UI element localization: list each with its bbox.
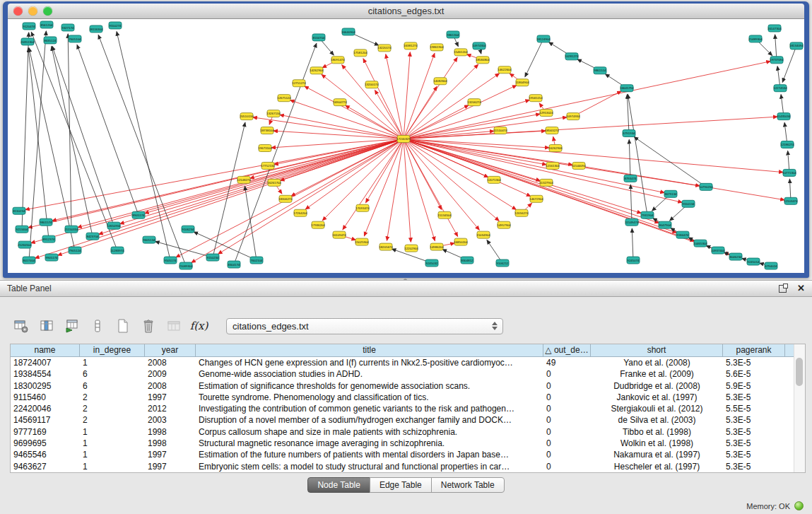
table-cell[interactable]: 22420046	[11, 403, 80, 414]
graph-node[interactable]: 21089304	[179, 262, 193, 269]
graph-node[interactable]: 8017404	[23, 257, 35, 264]
table-cell[interactable]: 0	[543, 380, 591, 392]
table-cell[interactable]: Corpus callosum shape and size in male p…	[196, 426, 543, 438]
graph-node[interactable]: 18584804	[476, 57, 490, 64]
graph-node[interactable]: 9245074	[627, 257, 640, 264]
graph-edge[interactable]	[234, 43, 317, 264]
graph-edge[interactable]	[782, 46, 796, 82]
table-cell[interactable]: 0	[543, 414, 591, 426]
graph-node[interactable]: 16850204	[454, 238, 468, 245]
graph-node[interactable]: 8047904	[659, 221, 671, 228]
graph-edge[interactable]	[52, 139, 404, 221]
graph-edge[interactable]	[99, 139, 404, 235]
zoom-window-icon[interactable]	[43, 6, 52, 16]
table-cell[interactable]: 18300295	[11, 380, 80, 392]
graph-edge[interactable]	[58, 139, 404, 256]
graph-edge[interactable]	[573, 91, 621, 117]
graph-node[interactable]: 9861304	[447, 31, 459, 38]
graph-edge[interactable]	[343, 139, 404, 230]
graph-node[interactable]: 8912374	[42, 235, 55, 243]
graph-node[interactable]: 18134094	[789, 42, 804, 49]
graph-node[interactable]: 11804904	[515, 79, 529, 86]
table-row[interactable]: 1872400712008Changes of HCN gene express…	[11, 357, 805, 368]
graph-node[interactable]: 16904774	[333, 99, 347, 106]
graph-edge[interactable]	[634, 137, 706, 187]
graph-node[interactable]: 20351304	[20, 38, 35, 45]
graph-node[interactable]: 7931904	[641, 211, 654, 218]
table-row[interactable]: 2242004622012Investigating the contribut…	[11, 403, 805, 414]
graph-node[interactable]: 17264204	[293, 209, 307, 216]
graph-node[interactable]: 9505174	[164, 257, 177, 264]
table-cell[interactable]: 1	[80, 357, 145, 368]
graph-node[interactable]: 20510134	[240, 113, 254, 120]
table-cell[interactable]: 1	[80, 461, 145, 472]
graph-node[interactable]: 9327174	[61, 24, 74, 31]
graph-node[interactable]: 10281274	[565, 53, 579, 60]
table-row[interactable]: 1938455462009Genome-wide association stu…	[11, 368, 805, 380]
table-scrollbar[interactable]	[794, 344, 805, 472]
column-header-in_degree[interactable]: in_degree	[80, 344, 145, 357]
table-source-dropdown[interactable]: citations_edges.txt	[226, 318, 503, 334]
graph-edge[interactable]	[31, 32, 117, 250]
table-cell[interactable]: 5.5E-5	[723, 403, 785, 414]
graph-node[interactable]: 8679134	[664, 190, 677, 197]
graph-node[interactable]: 16147304	[767, 25, 782, 32]
graph-edge[interactable]	[404, 139, 783, 173]
citation-network-graph[interactable]: 1724032916262906185632741295302419565154…	[8, 19, 804, 273]
graph-node[interactable]: 13206274	[467, 99, 481, 106]
table-cell[interactable]: 0	[543, 403, 591, 414]
merge-table-icon[interactable]	[164, 317, 183, 336]
table-cell[interactable]: Changes of HCN gene expression and I(f) …	[196, 357, 543, 368]
graph-node[interactable]: 8561204	[40, 21, 53, 28]
graph-node[interactable]: 14082604	[433, 78, 447, 85]
column-header-pagerank[interactable]: pagerank	[723, 344, 785, 357]
graph-node[interactable]: 12103474	[784, 197, 798, 204]
graph-edge[interactable]	[386, 54, 404, 139]
table-cell[interactable]: 0	[543, 368, 591, 380]
column-header-title[interactable]: title	[196, 344, 543, 357]
column-header-short[interactable]: short	[591, 344, 723, 357]
graph-node[interactable]: 8423704	[86, 233, 99, 240]
graph-node[interactable]: 9861514	[594, 67, 606, 74]
table-row[interactable]: 946362711997Embryonic stem cells: a mode…	[11, 461, 805, 472]
graph-edge[interactable]	[145, 139, 404, 214]
graph-edge[interactable]	[253, 117, 404, 139]
table-cell[interactable]: 5.3E-5	[723, 357, 785, 368]
graph-node[interactable]: 19861904	[430, 44, 444, 51]
graph-node[interactable]: 17936204	[311, 221, 325, 228]
graph-node[interactable]: 18116304	[89, 25, 103, 33]
graph-node[interactable]: 10465304	[693, 240, 707, 247]
graph-node[interactable]: 17581204	[353, 49, 367, 57]
table-cell[interactable]: 2009	[145, 368, 196, 380]
table-row[interactable]: 911546021997Tourette syndrome. Phenomeno…	[11, 392, 805, 403]
graph-node[interactable]: 11544094	[572, 162, 586, 169]
table-cell[interactable]: 18724007	[11, 357, 80, 368]
table-cell[interactable]: 5.3E-5	[723, 414, 785, 426]
table-cell[interactable]: 9463627	[11, 461, 80, 472]
graph-node[interactable]: 16109474	[332, 231, 346, 238]
graph-edge[interactable]	[404, 139, 641, 214]
graph-node[interactable]: 18738104	[260, 127, 274, 134]
table-cell[interactable]: Franke et al. (2009)	[591, 368, 723, 380]
graph-node[interactable]: 10974304	[472, 42, 486, 49]
graph-edge[interactable]	[52, 47, 93, 236]
graph-node[interactable]: 18563274	[545, 127, 559, 134]
graph-node[interactable]: 11283974	[110, 247, 124, 254]
table-row[interactable]: 977716911998Corpus callosum shape and si…	[11, 426, 805, 438]
table-cell[interactable]: 2	[80, 414, 145, 426]
graph-edge[interactable]	[31, 139, 404, 243]
network-canvas[interactable]: 1724032916262906185632741295302419565154…	[8, 19, 804, 273]
graph-node[interactable]: 6791934	[623, 130, 635, 137]
table-cell[interactable]: 2	[80, 392, 145, 403]
table-cell[interactable]: 0	[543, 449, 591, 460]
graph-edge[interactable]	[342, 65, 404, 139]
graph-node[interactable]: 8110234	[13, 207, 25, 214]
table-cell[interactable]: 49	[543, 357, 591, 368]
table-cell[interactable]: Embryonic stem cells: a model to study s…	[196, 461, 543, 472]
graph-node[interactable]: 14986204	[430, 243, 444, 250]
graph-node[interactable]: 9120474	[23, 23, 35, 30]
table-cell[interactable]: 9699695	[11, 438, 80, 449]
table-cell[interactable]: Genome-wide association studies in ADHD.	[196, 368, 543, 380]
table-cell[interactable]: 5.9E-5	[723, 380, 785, 392]
graph-edge[interactable]	[404, 139, 411, 243]
